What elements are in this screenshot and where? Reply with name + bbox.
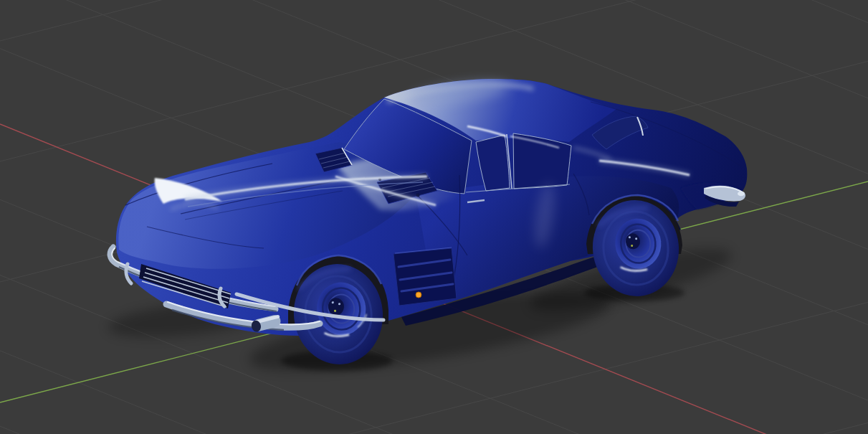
wiper-base-dot [416,194,420,197]
object-origin-dot [416,292,421,298]
viewport-canvas[interactable] [0,0,868,434]
side-gills [394,247,457,306]
3d-viewport[interactable] [0,0,868,434]
